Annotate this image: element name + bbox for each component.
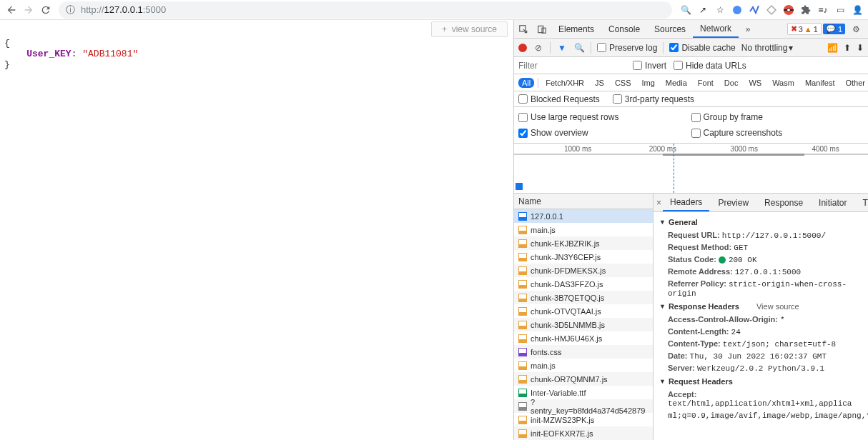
request-row[interactable]: init-EOFKXR7E.js [514,426,653,440]
network-extra-filters: Blocked Requests 3rd-party requests [514,91,868,107]
browser-toolbar: ⓘ http://127.0.0.1:5000 🔍 ↗ ☆ ≡♪ ▭ 👤 [0,0,868,20]
device-toolbar-icon[interactable] [533,24,551,34]
request-name: main.js [531,361,556,370]
type-img[interactable]: Img [638,78,659,88]
extension-icon[interactable] [764,2,779,18]
font-file-icon [518,389,527,397]
request-row[interactable]: chunk-JN3Y6CEP.js [514,250,653,264]
search-icon[interactable]: 🔍 [573,42,585,54]
type-ws[interactable]: WS [745,78,765,88]
detail-tab-initiator[interactable]: Initiator [812,194,854,211]
group-by-frame-checkbox[interactable]: Group by frame [691,109,864,125]
request-row[interactable]: init-MZWS23PK.js [514,413,653,426]
request-name: chunk-3B7QETQQ.js [531,294,604,302]
request-row[interactable]: chunk-OR7QMNM7.js [514,372,653,386]
extension-icon[interactable] [729,2,745,18]
tab-network[interactable]: Network [693,20,739,38]
section-general[interactable]: ▼General [654,215,868,229]
type-doc[interactable]: Doc [721,78,742,88]
request-row[interactable]: chunk-3D5LNMMB.js [514,318,653,331]
request-row[interactable]: chunk-3B7QETQQ.js [514,291,653,304]
request-row[interactable]: chunk-DAS3FFZO.js [514,277,653,291]
type-wasm[interactable]: Wasm [769,78,798,88]
list-header-name[interactable]: Name [514,194,653,209]
type-other[interactable]: Other [842,78,868,88]
request-row[interactable]: main.js [514,223,653,236]
extensions-menu-icon[interactable] [798,2,814,18]
preserve-log-checkbox[interactable]: Preserve log [597,43,657,53]
request-row[interactable]: main.js [514,359,653,372]
site-info-icon[interactable]: ⓘ [66,4,75,16]
issues-badge[interactable]: ✖3 ▲1 [787,23,822,35]
request-name: chunk-3D5LNMMB.js [531,321,605,329]
inspect-element-icon[interactable] [514,24,533,34]
detail-tab-preview[interactable]: Preview [711,194,756,211]
more-tabs-icon[interactable]: » [739,24,757,34]
type-manifest[interactable]: Manifest [802,78,839,88]
view-source-button[interactable]: + view source [431,21,508,37]
bookmark-icon[interactable]: ☆ [712,2,728,18]
request-row[interactable]: ?sentry_key=b8fdd4a374d542879 [514,399,653,413]
request-name: init-MZWS23PK.js [531,416,594,424]
detail-tab-headers[interactable]: Headers [663,194,709,211]
export-icon[interactable]: ⬇ [857,43,864,53]
section-request-headers[interactable]: ▼Request Headers [654,374,868,389]
hide-data-urls-checkbox[interactable]: Hide data URLs [674,61,746,71]
clear-button[interactable]: ⊘ [533,42,544,54]
settings-icon[interactable]: ⚙ [847,24,865,34]
request-row[interactable]: fonts.css [514,345,653,359]
use-large-rows-checkbox[interactable]: Use large request rows [518,109,691,125]
type-font[interactable]: Font [694,78,717,88]
request-row[interactable]: chunk-EKJBZRIK.js [514,236,653,250]
capture-screenshots-checkbox[interactable]: Capture screenshots [691,125,864,141]
request-name: chunk-OTVQTAAI.js [531,307,601,316]
playlist-icon[interactable]: ≡♪ [815,2,831,18]
third-party-checkbox[interactable]: 3rd-party requests [613,94,694,104]
tab-elements[interactable]: Elements [551,20,601,38]
type-all[interactable]: All [518,78,534,88]
filter-input[interactable] [518,61,626,71]
request-row[interactable]: chunk-HMJ6U46X.js [514,331,653,345]
invert-checkbox[interactable]: Invert [633,61,666,71]
show-overview-checkbox[interactable]: Show overview [518,125,691,141]
network-conditions-icon[interactable]: 📶 [827,43,838,53]
detail-tab-bar: × Headers Preview Response Initiator Tim… [654,194,868,212]
type-fetch[interactable]: Fetch/XHR [542,78,588,88]
request-row[interactable]: chunk-OTVQTAAI.js [514,304,653,318]
back-button[interactable] [3,1,20,19]
messages-badge[interactable]: 💬1 [823,24,845,34]
view-source-link[interactable]: View source [756,302,799,311]
profile-icon[interactable]: 👤 [849,2,865,18]
extension-icon[interactable] [781,2,797,18]
type-js[interactable]: JS [591,78,608,88]
share-icon[interactable]: ↗ [695,2,711,18]
request-row[interactable]: 127.0.0.1 [514,209,653,223]
status-dot-icon [719,256,726,264]
section-response-headers[interactable]: ▼Response HeadersView source [654,299,868,314]
devices-icon[interactable]: ▭ [832,2,848,18]
type-media[interactable]: Media [662,78,691,88]
throttling-dropdown[interactable]: No throttling ▾ [741,43,794,53]
network-timeline[interactable]: 1000 ms 2000 ms 3000 ms 4000 ms [514,144,868,194]
request-name: fonts.css [531,348,561,356]
devtools-panel: Elements Console Sources Network » ✖3 ▲1… [513,20,868,440]
extension-icon[interactable] [746,2,762,18]
record-button[interactable] [518,44,527,52]
type-css[interactable]: CSS [611,78,635,88]
detail-tab-response[interactable]: Response [757,194,810,211]
forward-button[interactable] [20,1,37,19]
blocked-requests-checkbox[interactable]: Blocked Requests [518,94,600,104]
reload-button[interactable] [37,1,54,19]
address-bar[interactable]: ⓘ http://127.0.0.1:5000 [59,1,672,19]
request-row[interactable]: chunk-DFDMEKSX.js [514,264,653,277]
import-icon[interactable]: ⬆ [844,43,851,53]
detail-tab-timing[interactable]: Timing [855,194,868,211]
page-body: + view source{ User_KEY: "ADB11081" } [0,20,513,440]
disable-cache-checkbox[interactable]: Disable cache [669,43,735,53]
close-detail-icon[interactable]: × [656,198,661,208]
tab-sources[interactable]: Sources [647,20,693,38]
js-file-icon [518,307,527,316]
filter-toggle-icon[interactable]: ▼ [556,42,568,54]
zoom-icon[interactable]: 🔍 [678,2,694,18]
tab-console[interactable]: Console [601,20,647,38]
